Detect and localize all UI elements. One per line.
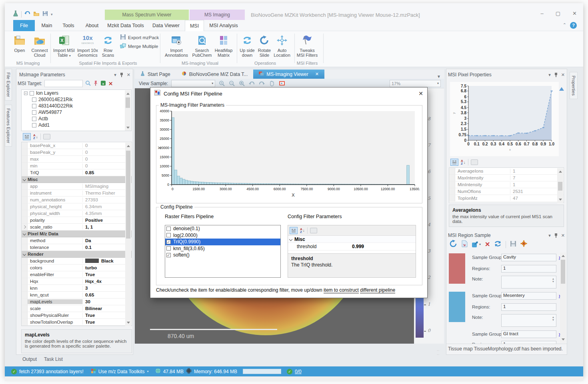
tree-root-checkbox[interactable] — [30, 91, 34, 96]
panel-close-icon[interactable]: ✕ — [561, 233, 565, 238]
rotate-slide-button[interactable]: Rotate Slide — [256, 34, 273, 58]
tab-about[interactable]: About — [80, 20, 104, 31]
delete-region-icon[interactable]: ✕ — [485, 241, 490, 248]
scroll-up-icon[interactable] — [559, 87, 564, 91]
auto-location-button[interactable]: Auto Location — [273, 34, 291, 58]
pin-target-icon[interactable] — [93, 80, 98, 87]
tasks-counter[interactable]: 0/0 — [295, 369, 302, 374]
msimage-property-grid[interactable]: basePeak_x0 basePeak_y0 max0 min0 TrIQ0.… — [21, 142, 132, 326]
sort-az-icon[interactable]: AZ↓ — [461, 159, 466, 165]
search-pubchem-button[interactable]: Search PubChem — [191, 34, 213, 58]
undo-view-icon[interactable] — [248, 80, 255, 87]
undo-icon[interactable] — [24, 11, 30, 18]
zoom-reset-icon[interactable] — [238, 80, 245, 87]
filter-checkbox[interactable]: ✓ — [166, 253, 171, 257]
tweaks-msi-filters-button[interactable]: Tweaks MSI Filters — [296, 34, 318, 58]
tab-file[interactable]: File — [13, 20, 35, 31]
sidebar-tab-features-explorer[interactable]: Features Explorer — [5, 105, 12, 147]
pin-icon[interactable] — [554, 233, 558, 238]
pixel-props-grid[interactable]: AverageIons1 MaxIntensity7 MinIntensity1… — [449, 167, 564, 203]
import-10x-genomics-button[interactable]: 10xGENOMICS Import 10x Genomics — [76, 34, 99, 58]
samples-scrollbar[interactable] — [560, 253, 566, 343]
doc-tab-start-page[interactable]: Start Page — [135, 70, 176, 79]
regions-input[interactable]: 1 — [501, 303, 556, 311]
categorized-icon[interactable] — [450, 159, 458, 166]
refresh-icon[interactable] — [450, 240, 457, 249]
dialog-title-bar[interactable]: Config MSI Filter Pipeline ✕ — [150, 88, 427, 99]
merge-multiple-button[interactable]: Merge Multiple — [120, 43, 158, 50]
redo-view-icon[interactable] — [258, 80, 265, 87]
qat-dropdown-icon[interactable]: ▾ — [51, 12, 53, 16]
resize-grip[interactable]: ∙∙∙∙ — [437, 348, 442, 353]
tree-item[interactable]: Add1 — [22, 122, 131, 128]
categorized-icon[interactable] — [290, 227, 298, 234]
filter-item-selected[interactable]: ✓TrIQ(0.9990) — [165, 239, 280, 245]
category-pixel-mz-data[interactable]: Pixel M/z Data — [22, 231, 132, 237]
toolkit-menu[interactable]: Use m/z Data Toolkits — [98, 369, 145, 374]
doc-tab-msi-viewer[interactable]: MS-Imaging Viewer ✕ — [253, 70, 324, 79]
filter-item[interactable]: knn_fill(3,0.65) — [165, 245, 280, 252]
maximize-button[interactable]: ▢ — [556, 10, 560, 16]
propgrid-scrollbar[interactable] — [125, 143, 131, 326]
category-misc[interactable]: Misc — [288, 236, 416, 243]
panel-dropdown-icon[interactable]: ▾ — [548, 72, 551, 78]
tab-tools[interactable]: Tools — [58, 20, 79, 31]
pin-icon[interactable] — [120, 73, 123, 77]
selected-row-maplevels[interactable]: mapLevels30 — [22, 298, 132, 305]
heatmap-matrix-button[interactable]: HeatMap Matrix — [213, 34, 234, 58]
panel-dropdown-icon[interactable]: ▾ — [114, 72, 116, 78]
panel-dropdown-icon[interactable]: ▾ — [548, 233, 551, 238]
filter-checkbox[interactable] — [166, 227, 171, 231]
minimize-button[interactable]: – — [541, 10, 544, 16]
panel-close-icon[interactable]: ✕ — [127, 72, 130, 78]
doc-tab-data[interactable]: BioNovoGene M/Z Data T... — [176, 70, 254, 79]
sample-group-input[interactable]: Mesentery — [501, 292, 556, 300]
view-sample-combobox[interactable]: ▾ — [171, 80, 215, 87]
excel-export-icon[interactable]: x — [100, 80, 106, 87]
filter-item[interactable]: denoise(0.1) — [165, 225, 280, 232]
close-doc-icon[interactable]: ✕ — [315, 72, 319, 77]
tree-root-ion-layers[interactable]: − Ion Layers — [22, 90, 131, 96]
sync-region-icon[interactable] — [494, 240, 502, 249]
save-icon[interactable] — [42, 11, 48, 18]
tree-item[interactable]: Actb — [22, 115, 131, 122]
sidebar-tab-file-explorer[interactable]: File Explorer — [5, 69, 12, 101]
category-render[interactable]: Render — [22, 251, 132, 258]
tree-collapse-icon[interactable]: − — [24, 92, 28, 95]
tree-item[interactable]: 2600014E21Rik — [22, 96, 131, 103]
filter-item[interactable]: log(2.0000) — [165, 232, 280, 239]
tab-output[interactable]: Output — [22, 356, 37, 362]
collapse-ribbon-icon[interactable]: ⌃ — [563, 22, 566, 28]
note-textarea[interactable]: ▲▼ — [501, 276, 556, 288]
fill-region-icon[interactable]: ▾ — [472, 241, 481, 248]
filter-checkbox[interactable] — [166, 233, 171, 237]
tree-scrollbar[interactable] — [125, 90, 131, 131]
sample-group-input[interactable]: Cavity — [501, 254, 556, 261]
tab-msi-analysis[interactable]: MSI Analysis — [205, 20, 242, 31]
categorized-icon[interactable] — [23, 133, 31, 140]
pin-icon[interactable] — [554, 73, 558, 77]
settings-gear-icon[interactable] — [520, 240, 527, 249]
save-region-icon[interactable] — [510, 241, 516, 249]
row-scans-button[interactable]: Row Scans — [99, 34, 117, 58]
panel-close-icon[interactable]: ✕ — [561, 72, 565, 78]
zoom-out-icon[interactable] — [228, 80, 235, 87]
import-msi-table-button[interactable]: X Import MSI Table ▾ — [52, 34, 76, 58]
connect-cloud-button[interactable]: Connect Cloud — [28, 34, 51, 58]
sample-group-input[interactable]: GI tract — [501, 330, 556, 338]
sidebar-tab-properties[interactable]: Properties — [570, 72, 578, 99]
regions-input[interactable]: 1 — [501, 265, 556, 273]
zoom-level-combobox[interactable]: 17%▾ — [390, 80, 441, 87]
tab-main[interactable]: Main — [37, 20, 57, 31]
sort-az-icon[interactable]: AZ↓ — [300, 228, 305, 233]
help-icon[interactable]: ? — [570, 22, 577, 29]
tree-item[interactable]: 4831440D22Rik — [22, 103, 131, 109]
close-button[interactable]: ✕ — [572, 10, 577, 16]
regions-input[interactable]: 1 — [501, 341, 556, 344]
tab-task-list[interactable]: Task List — [44, 356, 63, 362]
tab-msi[interactable]: MSI — [185, 20, 204, 31]
filter-params-propgrid[interactable]: AZ↓ Misc threshold 0.999 threshold The T… — [288, 225, 416, 278]
export-mzpack-button[interactable]: Export mzPack — [120, 34, 159, 41]
pan-hand-icon[interactable] — [268, 80, 275, 87]
msi-target-input[interactable] — [44, 80, 83, 87]
